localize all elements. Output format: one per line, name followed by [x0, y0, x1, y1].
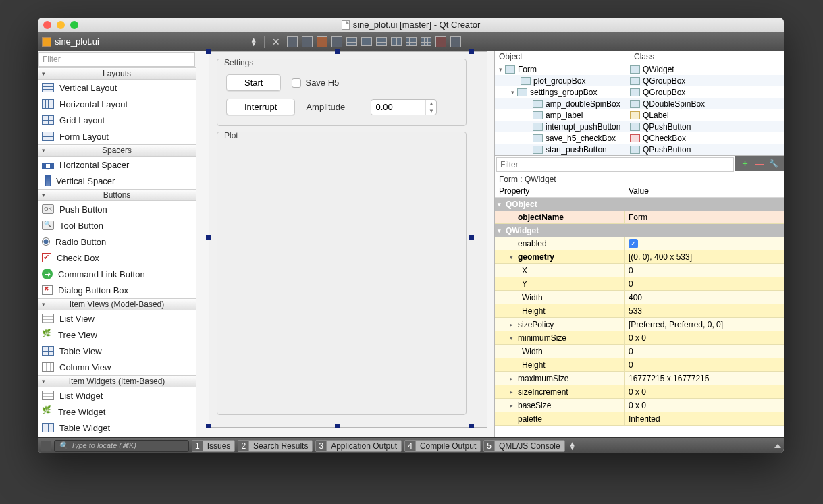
file-dropdown-icon[interactable]: ▲▼ [249, 38, 259, 46]
widgetbox-item[interactable]: Grid Layout [38, 112, 196, 128]
property-row[interactable]: ▸sizeIncrement0 x 0 [495, 385, 784, 399]
property-row[interactable]: objectNameForm [495, 211, 784, 224]
property-row[interactable]: ▸sizePolicy[Preferred, Preferred, 0, 0] [495, 318, 784, 331]
widgetbox-item[interactable]: Column View [38, 359, 196, 375]
property-body[interactable]: QObjectobjectNameFormQWidgetenabled✓▾geo… [495, 198, 784, 437]
layout-horiz-splitter-icon[interactable] [376, 37, 387, 46]
output-tab[interactable]: 1Issues [192, 440, 235, 452]
property-row[interactable]: Height0 [495, 358, 784, 372]
edit-buddies-icon[interactable] [317, 36, 327, 47]
widgetbox-item[interactable]: List View [38, 310, 196, 327]
amplitude-value[interactable] [371, 100, 425, 115]
resize-handle[interactable] [335, 49, 340, 54]
remove-property-icon[interactable]: — [755, 159, 764, 169]
locator-input[interactable]: 🔍 Type to locate (⌘K) [54, 440, 189, 452]
object-inspector-row[interactable]: amp_labelQLabel [495, 109, 784, 121]
widgetbox-section[interactable]: Buttons [38, 189, 196, 201]
property-row[interactable]: Width400 [495, 291, 784, 304]
widgetbox-item[interactable]: Vertical Spacer [38, 173, 196, 189]
object-inspector-row[interactable]: interrupt_pushButtonQPushButton [495, 121, 784, 132]
widgetbox-section[interactable]: Item Widgets (Item-Based) [38, 375, 196, 387]
pe-col-property[interactable]: Property [495, 186, 625, 197]
oi-col-class[interactable]: Class [630, 51, 784, 63]
resize-handle[interactable] [469, 424, 474, 428]
start-button[interactable]: Start [226, 74, 281, 91]
widgetbox-item[interactable]: Tool Button [38, 217, 196, 233]
adjust-size-icon[interactable] [450, 36, 461, 47]
settings-icon[interactable]: 🔧 [769, 159, 778, 168]
widgetbox-section[interactable]: Item Views (Model-Based) [38, 298, 196, 310]
interrupt-button[interactable]: Interrupt [226, 99, 295, 115]
property-row[interactable]: ▾geometry[(0, 0), 400 x 533] [495, 250, 784, 264]
widgetbox-section[interactable]: Spacers [38, 144, 196, 157]
design-canvas[interactable]: Settings Start Save H5 Interrupt Amplitu… [196, 51, 495, 437]
output-pane-icon[interactable] [41, 441, 51, 451]
widgetbox-item[interactable]: Tree View [38, 327, 196, 343]
widgetbox-item[interactable]: Table Widget [38, 420, 196, 436]
widgetbox-item[interactable]: Horizontal Layout [38, 96, 196, 112]
widgetbox-item[interactable]: Table View [38, 343, 196, 359]
widgetbox-item[interactable]: Dialog Button Box [38, 282, 196, 298]
resize-handle[interactable] [206, 235, 211, 240]
close-icon[interactable] [43, 21, 51, 29]
spinbox-arrows[interactable]: ▲▼ [425, 100, 436, 115]
layout-grid-icon[interactable] [406, 37, 417, 46]
edit-tab-order-icon[interactable] [331, 36, 342, 47]
property-group[interactable]: QObject [495, 198, 784, 211]
amplitude-spinbox[interactable]: ▲▼ [371, 99, 437, 115]
property-row[interactable]: ▾minimumSize0 x 0 [495, 331, 784, 345]
object-inspector-row[interactable]: save_h5_checkBoxQCheckBox [495, 132, 784, 144]
widgetbox-item[interactable]: Form Layout [38, 128, 196, 144]
resize-handle[interactable] [206, 49, 211, 54]
oi-col-object[interactable]: Object [495, 51, 630, 63]
widgetbox-item[interactable]: Check Box [38, 250, 196, 266]
widgetbox-item[interactable]: List Widget [38, 387, 196, 403]
widgetbox-filter[interactable]: Filter [38, 52, 195, 67]
settings-groupbox[interactable]: Settings Start Save H5 Interrupt Amplitu… [217, 59, 467, 126]
layout-vert-splitter-icon[interactable] [391, 37, 402, 46]
property-row[interactable]: paletteInherited [495, 412, 784, 426]
zoom-icon[interactable] [70, 21, 78, 29]
object-inspector-body[interactable]: FormQWidgetplot_groupBoxQGroupBoxsetting… [495, 63, 784, 155]
close-file-icon[interactable]: ✕ [270, 36, 282, 48]
widgetbox-item[interactable]: ➜Command Link Button [38, 266, 196, 282]
property-filter-input[interactable] [497, 160, 733, 169]
save-h5-checkbox[interactable] [292, 78, 301, 88]
property-row[interactable]: ▸baseSize0 x 0 [495, 399, 784, 412]
edit-widgets-icon[interactable] [287, 36, 298, 47]
output-tab[interactable]: 2Search Results [238, 440, 313, 452]
resize-handle[interactable] [206, 424, 211, 428]
object-inspector-row[interactable]: FormQWidget [495, 63, 784, 75]
break-layout-icon[interactable] [435, 36, 446, 47]
widgetbox-item[interactable]: Radio Button [38, 233, 196, 250]
resize-handle[interactable] [469, 235, 474, 240]
property-row[interactable]: Y0 [495, 277, 784, 291]
property-filter[interactable] [496, 157, 734, 172]
plot-groupbox[interactable]: Plot [217, 132, 467, 415]
object-inspector-row[interactable]: plot_groupBoxQGroupBox [495, 75, 784, 86]
output-tab[interactable]: 3Application Output [315, 440, 402, 452]
pe-col-value[interactable]: Value [625, 186, 784, 197]
object-inspector-row[interactable]: start_pushButtonQPushButton [495, 144, 784, 155]
property-row[interactable]: Width0 [495, 345, 784, 358]
widgetbox-item[interactable]: Horizontal Spacer [38, 157, 196, 173]
property-row[interactable]: X0 [495, 264, 784, 277]
widgetbox-section[interactable]: Layouts [38, 67, 196, 80]
layout-horiz-icon[interactable] [346, 37, 357, 46]
output-tabs-more[interactable]: ▲▼ [568, 442, 577, 450]
expand-output-icon[interactable] [774, 444, 781, 448]
add-property-icon[interactable]: ＋ [741, 157, 749, 169]
widgetbox-list[interactable]: LayoutsVertical LayoutHorizontal LayoutG… [38, 67, 196, 437]
resize-handle[interactable] [335, 424, 340, 428]
property-group[interactable]: QWidget [495, 224, 784, 237]
minimize-icon[interactable] [57, 21, 65, 29]
property-row[interactable]: enabled✓ [495, 237, 784, 250]
form-background[interactable]: Settings Start Save H5 Interrupt Amplitu… [209, 51, 487, 428]
layout-vert-icon[interactable] [361, 37, 372, 46]
edit-signals-icon[interactable] [302, 36, 313, 47]
output-tab[interactable]: 4Compile Output [404, 440, 481, 452]
object-inspector-row[interactable]: settings_groupBoxQGroupBox [495, 86, 784, 98]
layout-form-icon[interactable] [421, 37, 431, 46]
widgetbox-item[interactable]: Vertical Layout [38, 80, 196, 96]
property-row[interactable]: Height533 [495, 304, 784, 318]
